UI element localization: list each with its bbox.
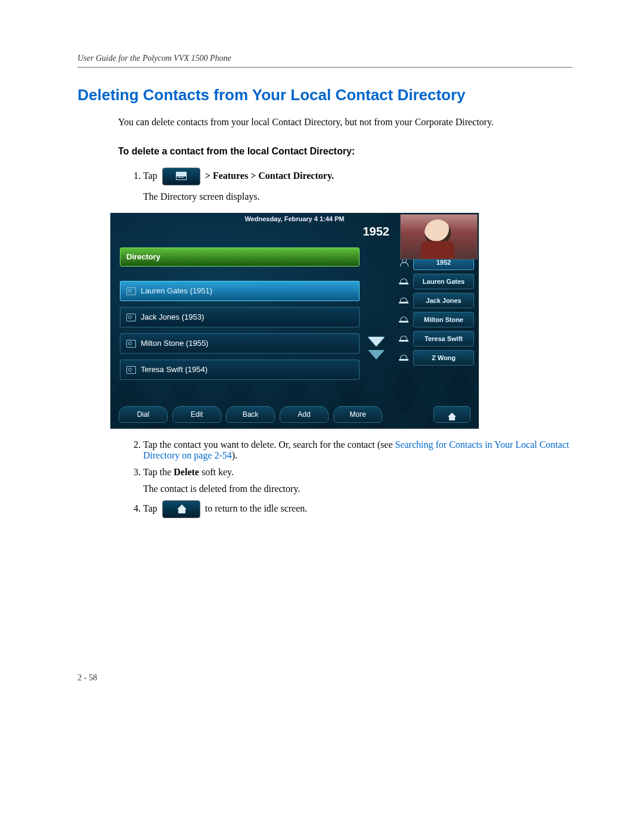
procedure-heading: To delete a contact from the local Conta… <box>118 144 572 158</box>
line-icon <box>399 258 410 267</box>
step3-post: soft key. <box>199 467 234 477</box>
step1-result: The Directory screen displays. <box>143 191 572 202</box>
softkey-dial[interactable]: Dial <box>119 406 168 423</box>
intro-paragraph: You can delete contacts from your local … <box>118 115 572 129</box>
extension-number: 1952 <box>363 225 390 239</box>
speed-dial-key[interactable]: Milton Stone <box>413 312 474 327</box>
chevron-down-icon <box>368 337 385 346</box>
header-rule <box>78 67 572 68</box>
step2-close: ). <box>232 450 237 460</box>
step-2: Tap the contact you want to delete. Or, … <box>143 439 572 461</box>
contact-card-icon <box>126 366 136 374</box>
step-3: Tap the Delete soft key. The contact is … <box>143 467 572 494</box>
scroll-arrows[interactable] <box>368 337 385 360</box>
speed-dial-icon <box>399 296 410 305</box>
contact-row[interactable]: Lauren Gates (1951) <box>120 281 360 301</box>
step-1: Tap > Features > Contact Directory. The … <box>143 168 572 202</box>
step3-pre: Tap the <box>143 467 174 477</box>
speed-dial-key[interactable]: Teresa Swift <box>413 331 474 346</box>
page-number: 2 - 58 <box>78 673 572 683</box>
chevron-down-icon <box>368 350 385 360</box>
speed-dial-key[interactable]: Jack Jones <box>413 293 474 308</box>
contact-row[interactable]: Jack Jones (1953) <box>120 307 360 327</box>
cross-ref-page: on page 2-54 <box>179 450 232 460</box>
step2-text: Tap the contact you want to delete. Or, … <box>143 439 395 450</box>
delete-label: Delete <box>174 467 199 477</box>
section-title: Deleting Contacts from Your Local Contac… <box>78 86 572 104</box>
home-icon <box>162 500 200 518</box>
speed-dial-key[interactable]: Lauren Gates <box>413 274 474 289</box>
step1-pre: Tap <box>143 171 157 181</box>
speed-dial-icon <box>399 335 410 343</box>
menu-icon <box>162 168 200 185</box>
softkey-more[interactable]: More <box>333 406 382 423</box>
doc-header: User Guide for the Polycom VVX 1500 Phon… <box>78 54 572 63</box>
contact-name: Lauren Gates (1951) <box>141 281 212 301</box>
contact-name: Jack Jones (1953) <box>141 308 204 327</box>
speed-dial-key[interactable]: Z Wong <box>413 350 474 366</box>
contact-row[interactable]: Teresa Swift (1954) <box>120 360 360 380</box>
contact-name: Teresa Swift (1954) <box>141 360 208 379</box>
speed-dial-icon <box>399 354 410 362</box>
step1-path: > Features > Contact Directory. <box>205 171 334 181</box>
step4-post: to return to the idle screen. <box>205 503 308 513</box>
softkey-back[interactable]: Back <box>226 406 275 423</box>
step4-pre: Tap <box>143 503 157 513</box>
speed-dial-icon <box>399 315 410 324</box>
self-view-video <box>400 214 478 259</box>
directory-screenshot: Wednesday, February 4 1:44 PM 1952 Direc… <box>110 213 479 429</box>
softkey-edit[interactable]: Edit <box>172 406 221 423</box>
home-icon <box>448 413 456 417</box>
contact-name: Milton Stone (1955) <box>141 334 208 353</box>
contact-card-icon <box>126 340 136 348</box>
contact-card-icon <box>126 287 136 295</box>
contact-row[interactable]: Milton Stone (1955) <box>120 333 360 354</box>
softkey-add[interactable]: Add <box>280 406 329 423</box>
list-header: Directory <box>120 247 360 267</box>
softkey-home[interactable] <box>434 406 470 423</box>
step3-result: The contact is deleted from the director… <box>143 484 572 494</box>
speed-dial-icon <box>399 277 410 286</box>
step-4: Tap to return to the idle screen. <box>143 500 572 518</box>
contact-card-icon <box>126 314 136 321</box>
